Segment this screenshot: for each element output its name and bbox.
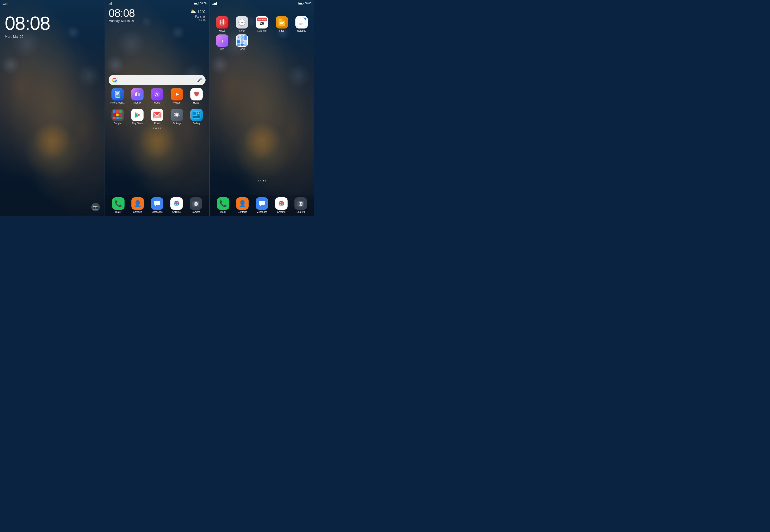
dot-1 [258, 180, 259, 181]
app-label: Email [154, 122, 160, 125]
dock-messages[interactable]: Messages [256, 197, 268, 213]
app-label: Music [154, 101, 160, 104]
notepad-icon [295, 16, 308, 29]
app-health[interactable]: Health [188, 88, 205, 104]
dot-4 [265, 180, 266, 181]
app-label: Clock [239, 29, 245, 32]
lock-signal [3, 2, 7, 5]
dock-dialer[interactable]: 📞 Dialer [217, 197, 229, 213]
app-gallery[interactable]: Gallery [188, 109, 205, 125]
dock-label: Dialer [220, 211, 226, 213]
svg-rect-14 [193, 112, 196, 115]
main-dock: 📞 Dialer 👤 Contacts Messages [105, 195, 209, 216]
phone-manager-icon [111, 88, 124, 100]
app-label: Settings [172, 122, 181, 125]
dock-camera[interactable]: Camera [294, 197, 307, 213]
main-status-bar: 08:08 [105, 0, 209, 7]
main-status-time: 08:08 [200, 2, 206, 5]
weather-top: ⛅ 12°C [190, 9, 205, 14]
dock-dialer[interactable]: 📞 Dialer [112, 197, 124, 213]
google-g-icon [112, 77, 117, 83]
mic-icon[interactable]: 🎤 [197, 77, 202, 83]
dialer-icon: 📞 [112, 197, 124, 210]
battery-icon [194, 2, 198, 5]
dot-1 [153, 128, 154, 129]
weather-widget: ⛅ 12°C Paris 🏠 8 / 18 [190, 9, 205, 21]
tips-icon: i [216, 34, 228, 47]
camera-app-icon [190, 197, 202, 210]
page-dots [105, 128, 209, 129]
app-videos[interactable]: Videos [168, 88, 186, 104]
svg-point-31 [223, 19, 224, 20]
camera-icon: 📷 [93, 204, 98, 210]
app-label: Calendar [257, 29, 267, 32]
svg-point-26 [175, 202, 178, 205]
app-label: Videos [173, 101, 180, 104]
app-email[interactable]: Email [148, 109, 166, 125]
dock-label: Dialer [115, 211, 121, 213]
lock-status-bar [0, 0, 105, 7]
svg-point-18 [197, 112, 199, 114]
app-settings[interactable]: Settings [168, 109, 186, 125]
dock-camera[interactable]: Camera [190, 197, 202, 213]
weather-range: 8 / 18 [199, 19, 205, 21]
dock-contacts[interactable]: 👤 Contacts [236, 197, 248, 213]
dock-contacts[interactable]: 👤 Contacts [131, 197, 144, 213]
main-signal [108, 2, 112, 5]
files-icon [276, 16, 288, 29]
drawer-status-right: 08:08 [298, 2, 311, 5]
settings-icon [171, 109, 183, 121]
tools-icon: 📍 [236, 34, 248, 47]
app-calendar[interactable]: Monday 26 Calendar [253, 16, 271, 32]
app-tips[interactable]: i Tips [213, 34, 231, 50]
svg-marker-57 [260, 205, 261, 206]
videos-icon [171, 88, 183, 100]
gallery-icon [190, 109, 203, 121]
dock-label: Contacts [133, 211, 142, 213]
messages-icon [256, 197, 268, 210]
main-header: 08:08 Monday, March 26 ⛅ 12°C Paris 🏠 8 … [105, 7, 209, 23]
main-home-panel: 08:08 08:08 Monday, March 26 ⛅ 12°C Pari… [105, 0, 209, 216]
app-notepad[interactable]: Notepad [293, 16, 310, 32]
svg-point-35 [241, 22, 242, 23]
dock-messages[interactable]: Messages [151, 197, 163, 213]
drawer-app-grid: HiApp Clock [210, 7, 314, 50]
phone-icon: 📞 [114, 200, 122, 207]
svg-marker-5 [176, 93, 179, 96]
app-label: Tools [239, 48, 245, 50]
dock-label: Chrome [277, 211, 286, 213]
app-music[interactable]: Music [148, 88, 166, 104]
dock-chrome[interactable]: Chrome [275, 197, 287, 213]
app-files[interactable]: Files [273, 16, 291, 32]
clock-icon [236, 16, 248, 29]
play-store-icon [131, 109, 143, 121]
app-tools[interactable]: 📍 Tools [233, 34, 251, 50]
drawer-signal [212, 2, 217, 5]
dot-3 [262, 180, 264, 181]
svg-marker-22 [155, 205, 157, 206]
email-icon [151, 109, 163, 121]
app-themes[interactable]: Themes [128, 88, 146, 104]
app-label: Tips [220, 48, 224, 50]
google-search-bar[interactable]: 🎤 [109, 75, 205, 85]
dot-3 [158, 128, 159, 129]
app-hiapp[interactable]: HiApp [213, 16, 231, 32]
app-label: Phone Man... [110, 101, 124, 104]
themes-icon [131, 88, 143, 100]
battery-icon [298, 2, 303, 5]
dock-chrome[interactable]: Chrome [170, 197, 183, 213]
lock-camera-button[interactable]: 📷 [91, 203, 100, 211]
svg-point-30 [197, 202, 198, 203]
app-clock[interactable]: Clock [233, 16, 251, 32]
svg-rect-3 [138, 93, 140, 96]
weather-cloud-icon: ⛅ [190, 9, 196, 14]
app-play-store[interactable]: Play Store [128, 109, 146, 125]
svg-point-61 [280, 202, 282, 205]
app-google[interactable]: Google [109, 109, 126, 125]
signal-bars-icon [212, 2, 217, 5]
signal-bars-icon [108, 2, 112, 5]
app-grid-row1: Phone Man... Themes Music [105, 85, 209, 104]
svg-text:i: i [221, 38, 223, 44]
app-label: Google [114, 122, 121, 125]
app-phone-manager[interactable]: Phone Man... [109, 88, 126, 104]
